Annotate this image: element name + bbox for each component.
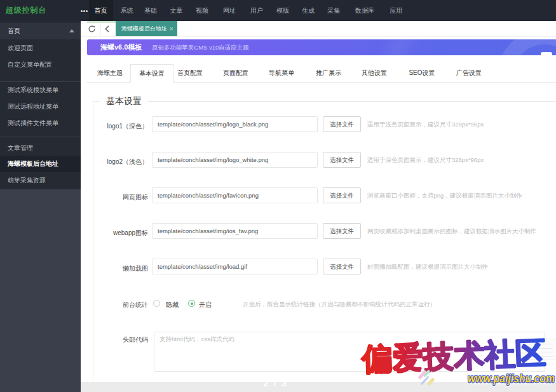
- svg-text:偏爱技术社区: 偏爱技术社区: [360, 336, 546, 376]
- svg-text:www.paijishu.com: www.paijishu.com: [468, 372, 555, 385]
